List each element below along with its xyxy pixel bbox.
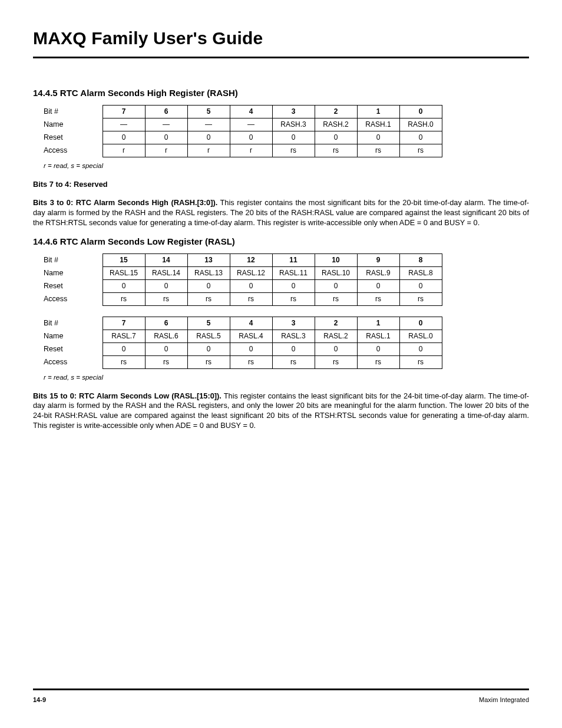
footer-brand: Maxim Integrated: [479, 696, 529, 703]
access-cell: rs: [399, 355, 442, 368]
reset-cell: 0: [357, 342, 399, 355]
access-cell: rs: [315, 355, 357, 368]
access-cell: rs: [230, 292, 272, 305]
access-cell: rs: [272, 355, 315, 368]
access-cell: rs: [272, 292, 315, 305]
bit-cell: 3: [272, 106, 315, 118]
reset-cell: 0: [399, 131, 442, 144]
name-cell: —: [145, 118, 187, 131]
register-table-rasl-low: Bit # 7 6 5 4 3 2 1 0 Name RASL.7 RASL.6…: [44, 317, 442, 369]
name-cell: —: [230, 118, 272, 131]
bit-cell: 3: [272, 317, 315, 330]
bit-cell: 15: [103, 253, 145, 266]
paragraph-rash-desc: Bits 3 to 0: RTC Alarm Seconds High (RAS…: [33, 198, 529, 228]
name-cell: RASL.2: [315, 330, 357, 342]
reset-cell: 0: [187, 279, 230, 292]
name-cell: RASL.14: [145, 266, 187, 279]
paragraph-rasl-desc: Bits 15 to 0: RTC Alarm Seconds Low (RAS…: [33, 391, 529, 431]
bit-cell: 7: [103, 106, 145, 118]
bold-run: Bits 3 to 0: RTC Alarm Seconds High (RAS…: [33, 198, 217, 207]
bit-cell: 9: [357, 253, 399, 266]
access-cell: rs: [187, 355, 230, 368]
reset-cell: 0: [230, 279, 272, 292]
bit-cell: 10: [315, 253, 357, 266]
reset-cell: 0: [187, 131, 230, 144]
table-note: r = read, s = special: [44, 374, 529, 381]
access-cell: rs: [357, 355, 399, 368]
bit-cell: 8: [399, 253, 442, 266]
reset-cell: 0: [315, 342, 357, 355]
access-cell: rs: [315, 292, 357, 305]
bit-cell: 6: [145, 317, 187, 330]
reset-cell: 0: [399, 279, 442, 292]
bit-cell: 11: [272, 253, 315, 266]
access-cell: rs: [187, 292, 230, 305]
access-cell: rs: [103, 355, 145, 368]
reset-cell: 0: [357, 279, 399, 292]
name-cell: RASL.11: [272, 266, 315, 279]
table-row-name: Name RASL.15 RASL.14 RASL.13 RASL.12 RAS…: [44, 266, 442, 279]
reset-cell: 0: [399, 342, 442, 355]
table-note: r = read, s = special: [44, 162, 529, 169]
table-row-name: Name RASL.7 RASL.6 RASL.5 RASL.4 RASL.3 …: [44, 330, 442, 342]
name-cell: RASH.0: [399, 118, 442, 131]
row-label: Bit #: [44, 317, 103, 330]
bit-cell: 0: [399, 317, 442, 330]
section-heading-rasl: 14.4.6 RTC Alarm Seconds Low Register (R…: [33, 236, 529, 246]
bit-cell: 0: [399, 106, 442, 118]
reset-cell: 0: [315, 279, 357, 292]
document-title: MAXQ Family User's Guide: [33, 28, 529, 48]
name-cell: RASL.12: [230, 266, 272, 279]
access-cell: rs: [145, 292, 187, 305]
name-cell: RASH.3: [272, 118, 315, 131]
access-cell: rs: [145, 355, 187, 368]
page-footer: 14-9 Maxim Integrated: [33, 689, 529, 703]
name-cell: RASL.10: [315, 266, 357, 279]
access-cell: rs: [357, 144, 399, 157]
bit-cell: 4: [230, 317, 272, 330]
reset-cell: 0: [145, 279, 187, 292]
bit-cell: 7: [103, 317, 145, 330]
bit-cell: 2: [315, 317, 357, 330]
access-cell: r: [187, 144, 230, 157]
table-row-bit: Bit # 7 6 5 4 3 2 1 0: [44, 106, 442, 118]
table-row-reset: Reset 0 0 0 0 0 0 0 0: [44, 131, 442, 144]
bit-cell: 4: [230, 106, 272, 118]
name-cell: RASL.3: [272, 330, 315, 342]
table-row-access: Access r r r r rs rs rs rs: [44, 144, 442, 157]
reset-cell: 0: [103, 279, 145, 292]
footer-divider: [33, 689, 529, 690]
page-number: 14-9: [33, 696, 46, 703]
access-cell: r: [230, 144, 272, 157]
bit-cell: 6: [145, 106, 187, 118]
name-cell: RASL.15: [103, 266, 145, 279]
bit-cell: 1: [357, 106, 399, 118]
name-cell: RASL.8: [399, 266, 442, 279]
row-label: Name: [44, 266, 103, 279]
reset-cell: 0: [103, 342, 145, 355]
access-cell: r: [145, 144, 187, 157]
name-cell: RASL.1: [357, 330, 399, 342]
register-table-rasl-high: Bit # 15 14 13 12 11 10 9 8 Name RASL.15…: [44, 253, 442, 306]
name-cell: —: [187, 118, 230, 131]
name-cell: RASH.1: [357, 118, 399, 131]
access-cell: rs: [399, 144, 442, 157]
bit-cell: 14: [145, 253, 187, 266]
table-row-bit: Bit # 7 6 5 4 3 2 1 0: [44, 317, 442, 330]
table-row-bit: Bit # 15 14 13 12 11 10 9 8: [44, 253, 442, 266]
name-cell: RASL.9: [357, 266, 399, 279]
access-cell: rs: [315, 144, 357, 157]
table-row-access: Access rs rs rs rs rs rs rs rs: [44, 355, 442, 368]
register-table-rash: Bit # 7 6 5 4 3 2 1 0 Name — — — — RASH.…: [44, 105, 442, 157]
access-cell: rs: [272, 144, 315, 157]
reset-cell: 0: [230, 342, 272, 355]
name-cell: —: [103, 118, 145, 131]
bit-cell: 12: [230, 253, 272, 266]
access-cell: rs: [357, 292, 399, 305]
name-cell: RASL.4: [230, 330, 272, 342]
bold-run: Bits 15 to 0: RTC Alarm Seconds Low (RAS…: [33, 391, 222, 400]
access-cell: rs: [103, 292, 145, 305]
bit-cell: 13: [187, 253, 230, 266]
row-label: Reset: [44, 279, 103, 292]
name-cell: RASL.5: [187, 330, 230, 342]
